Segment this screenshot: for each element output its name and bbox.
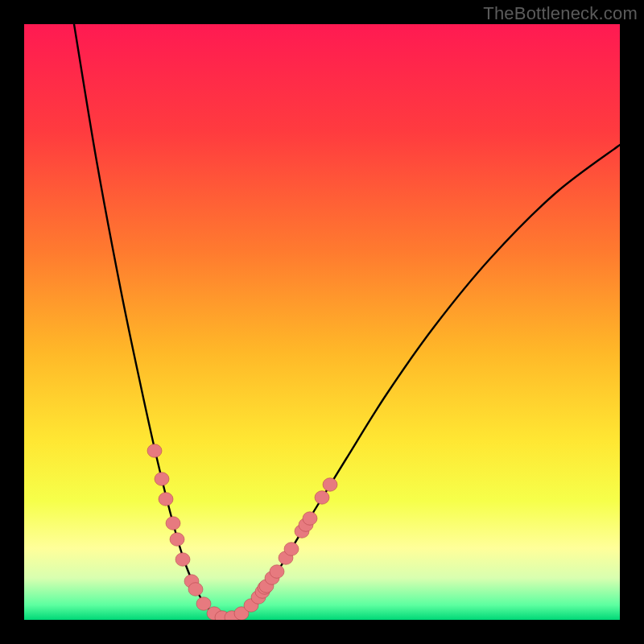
data-dot bbox=[166, 517, 180, 530]
outer-frame: TheBottleneck.com bbox=[0, 0, 644, 644]
data-dot bbox=[303, 512, 317, 526]
data-dot bbox=[170, 533, 184, 547]
plot-area bbox=[24, 24, 620, 620]
data-dot bbox=[196, 597, 211, 611]
data-dot bbox=[315, 491, 329, 505]
bottleneck-curve bbox=[74, 24, 620, 618]
data-dot bbox=[323, 478, 337, 492]
data-dot bbox=[188, 583, 203, 597]
data-dot bbox=[155, 473, 169, 486]
data-dot bbox=[147, 444, 162, 458]
data-dot bbox=[159, 493, 173, 506]
watermark-text: TheBottleneck.com bbox=[483, 3, 638, 24]
data-dot bbox=[175, 553, 190, 567]
data-dot bbox=[270, 565, 284, 579]
curve-layer bbox=[24, 24, 620, 620]
data-dot bbox=[284, 543, 299, 556]
